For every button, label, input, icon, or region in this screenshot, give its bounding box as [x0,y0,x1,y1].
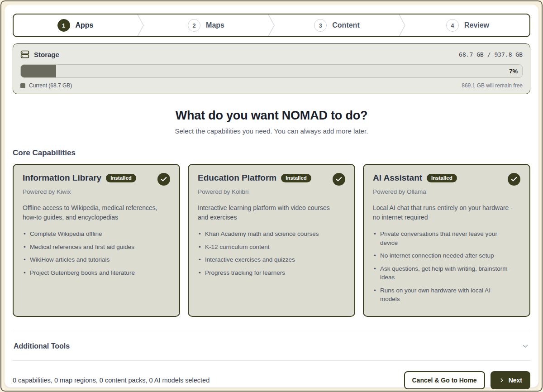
installed-badge: Installed [427,174,457,182]
card-description: Offline access to Wikipedia, medical ref… [23,203,163,222]
powered-by-label: Powered by Kiwix [23,188,170,195]
installed-badge: Installed [281,174,311,182]
card-feature-list: Khan Academy math and science courses K-… [198,229,345,277]
step-separator-icon [137,14,144,36]
chevron-down-icon [521,342,529,350]
step-content[interactable]: 3 Content [275,14,399,36]
feature-item: Progress tracking for learners [198,268,333,277]
powered-by-label: Powered by Ollama [373,188,520,195]
step-label: Review [464,21,489,29]
feature-item: Ask questions, get help with writing, br… [373,264,509,282]
card-description: Local AI chat that runs entirely on your… [373,203,513,222]
storage-server-icon [20,50,29,59]
feature-item: No internet connection needed after setu… [373,251,509,260]
storage-usage-text: 68.7 GB / 937.8 GB [459,51,523,58]
step-apps[interactable]: 1 Apps [14,14,137,36]
feature-item: Medical references and first aid guides [23,243,158,252]
feature-item: Project Gutenberg books and literature [23,268,158,277]
divider [13,360,530,361]
legend-current-label: Current (68.7 GB) [29,82,72,89]
card-title: AI Assistant [373,173,422,183]
card-title: Information Library [23,173,101,183]
wizard-stepper: 1 Apps 2 Maps 3 Content 4 Review [13,14,530,37]
step-label: Maps [206,21,224,29]
next-button[interactable]: Next [491,371,530,389]
card-title: Education Platform [198,173,276,183]
step-number-badge: 3 [314,19,327,32]
step-number-badge: 2 [188,19,200,32]
card-description: Interactive learning platform with video… [198,203,338,222]
next-button-label: Next [509,377,522,384]
card-information-library[interactable]: Information Library Installed Powered by… [13,164,180,317]
card-feature-list: Private conversations that never leave y… [373,229,520,304]
powered-by-label: Powered by Kolibri [198,188,345,195]
storage-panel: Storage 68.7 GB / 937.8 GB 7% Current (6… [13,43,530,94]
feature-item: Private conversations that never leave y… [373,229,509,247]
card-feature-list: Complete Wikipedia offline Medical refer… [23,229,170,277]
additional-tools-toggle[interactable]: Additional Tools [13,332,530,360]
cancel-button[interactable]: Cancel & Go to Home [404,371,485,389]
selected-check-icon [508,173,520,186]
feature-item: Complete Wikipedia offline [23,229,158,239]
core-capabilities-heading: Core Capabilities [13,148,530,158]
feature-item: Interactive exercises and quizzes [198,255,333,264]
step-number-badge: 4 [446,19,459,32]
storage-progress-fill [21,65,56,77]
step-maps[interactable]: 2 Maps [144,14,268,36]
setup-wizard-panel: 1 Apps 2 Maps 3 Content 4 Review [5,5,538,387]
page-subtitle: Select the capabilities you need. You ca… [13,127,530,135]
step-separator-icon [268,14,275,36]
page-title: What do you want NOMAD to do? [13,109,530,123]
capability-cards: Information Library Installed Powered by… [13,164,530,317]
feature-item: WikiHow articles and tutorials [23,255,158,264]
selection-summary: 0 capabilities, 0 map regions, 0 content… [13,377,210,384]
storage-percent-label: 7% [509,65,518,77]
installed-badge: Installed [106,174,136,182]
card-education-platform[interactable]: Education Platform Installed Powered by … [188,164,355,317]
step-separator-icon [399,14,406,36]
legend-current-swatch [20,83,25,88]
additional-tools-label: Additional Tools [14,342,70,350]
selected-check-icon [157,173,170,186]
feature-item: K-12 curriculum content [198,243,333,252]
selected-check-icon [333,173,345,186]
step-label: Apps [76,21,94,29]
storage-title: Storage [34,51,59,58]
storage-remaining-note: 869.1 GB will remain free [462,82,523,89]
step-label: Content [332,21,359,29]
feature-item: Khan Academy math and science courses [198,229,333,239]
step-review[interactable]: 4 Review [406,14,529,36]
card-ai-assistant[interactable]: AI Assistant Installed Powered by Ollama… [363,164,530,317]
storage-progress-bar: 7% [20,64,523,78]
step-number-badge: 1 [57,19,70,32]
feature-item: Runs on your own hardware with local AI … [373,286,509,304]
chevron-right-icon [499,377,505,383]
